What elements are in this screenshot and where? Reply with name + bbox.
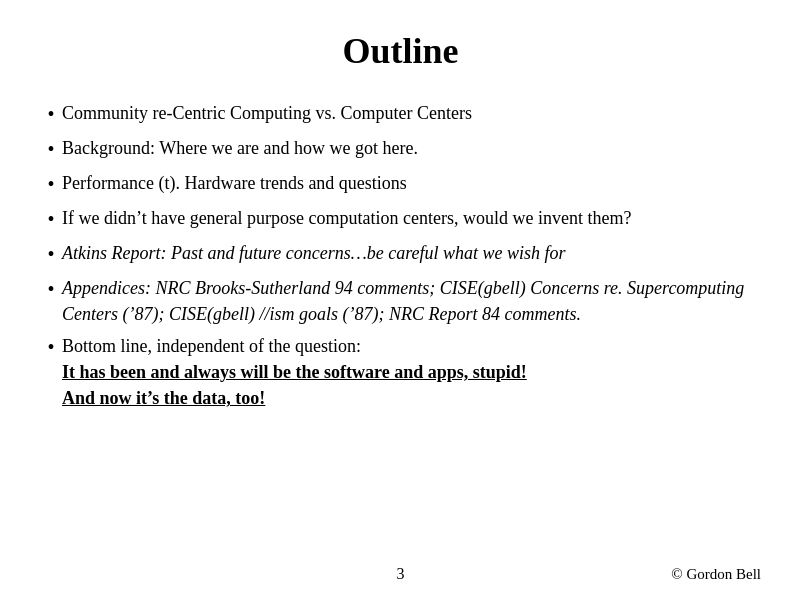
bullet-plain-text: Bottom line, independent of the question… [62, 336, 361, 356]
list-item: • If we didn’t have general purpose comp… [40, 205, 761, 234]
bullet-text: Community re-Centric Computing vs. Compu… [62, 100, 761, 126]
bullet-dot: • [40, 100, 62, 129]
list-item: • Performance (t). Hardware trends and q… [40, 170, 761, 199]
bullet-dot: • [40, 275, 62, 304]
bullet-text: Background: Where we are and how we got … [62, 135, 761, 161]
bullet-dot: • [40, 240, 62, 269]
list-item: • Appendices: NRC Brooks-Sutherland 94 c… [40, 275, 761, 327]
list-item: • Atkins Report: Past and future concern… [40, 240, 761, 269]
footer-copyright: © Gordon Bell [671, 566, 761, 583]
bullet-dot: • [40, 170, 62, 199]
bullet-dot: • [40, 205, 62, 234]
bullet-text-italic: Atkins Report: Past and future concerns…… [62, 240, 761, 266]
bullet-list: • Community re-Centric Computing vs. Com… [40, 100, 761, 411]
bullet-dot: • [40, 333, 62, 362]
footer-page-number: 3 [397, 565, 405, 583]
bullet-text-mixed: Bottom line, independent of the question… [62, 333, 761, 411]
bullet-bold-text-2: And now it’s the data, too! [62, 388, 265, 408]
list-item: • Background: Where we are and how we go… [40, 135, 761, 164]
list-item: • Community re-Centric Computing vs. Com… [40, 100, 761, 129]
bullet-bold-text-1: It has been and always will be the softw… [62, 362, 527, 382]
slide-content: • Community re-Centric Computing vs. Com… [40, 100, 761, 417]
bullet-text: Performance (t). Hardware trends and que… [62, 170, 761, 196]
slide: Outline • Community re-Centric Computing… [0, 0, 801, 601]
bullet-text-italic: Appendices: NRC Brooks-Sutherland 94 com… [62, 275, 761, 327]
bullet-text: If we didn’t have general purpose comput… [62, 205, 761, 231]
list-item: • Bottom line, independent of the questi… [40, 333, 761, 411]
bullet-dot: • [40, 135, 62, 164]
slide-title: Outline [342, 30, 458, 72]
